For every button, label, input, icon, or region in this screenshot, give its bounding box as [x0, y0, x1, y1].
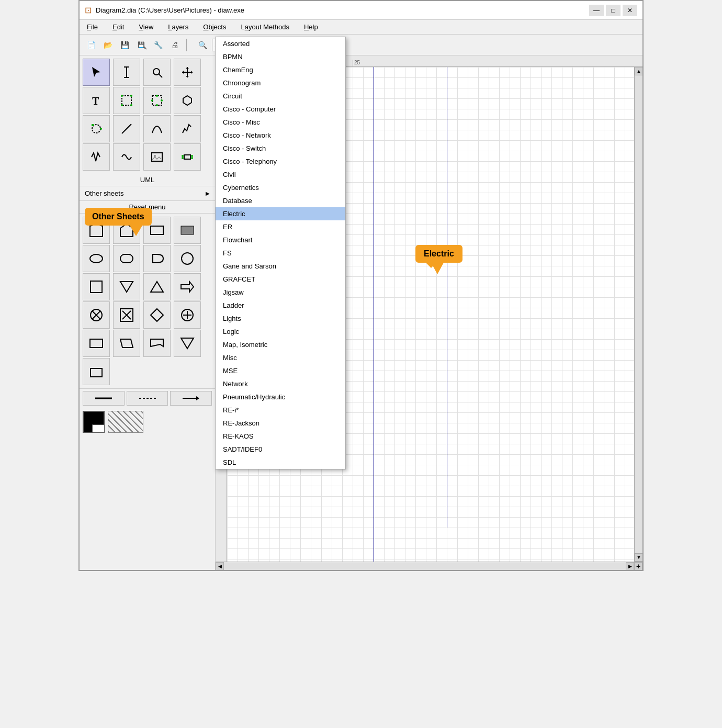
- text-cursor-tool[interactable]: [113, 59, 140, 86]
- shape-triangle-up[interactable]: [143, 273, 171, 300]
- dropdown-item-cybernetics[interactable]: Cybernetics: [216, 181, 345, 194]
- scroll-left-button[interactable]: ◀: [216, 562, 224, 570]
- shape-pentagon[interactable]: [113, 217, 140, 244]
- dropdown-item-electric[interactable]: Electric: [216, 207, 345, 220]
- dropdown-item-pneumatic[interactable]: Pneumatic/Hydraulic: [216, 390, 345, 404]
- shape-single-rect[interactable]: [83, 358, 110, 385]
- line-style-solid[interactable]: [83, 391, 125, 406]
- print-button[interactable]: 🖨: [167, 38, 182, 52]
- scrollbar-horizontal[interactable]: ◀ ▶ +: [216, 562, 642, 570]
- menu-layout[interactable]: Layout Methods: [238, 22, 292, 32]
- menu-help[interactable]: Help: [301, 22, 321, 32]
- dropdown-item-cisco-telephony[interactable]: Cisco - Telephony: [216, 155, 345, 168]
- menu-layers[interactable]: Layers: [165, 22, 191, 32]
- dropdown-item-database[interactable]: Database: [216, 194, 345, 207]
- dropdown-item-cisco-misc[interactable]: Cisco - Misc: [216, 116, 345, 129]
- fill-color-swatch[interactable]: [83, 411, 105, 433]
- scroll-right-button[interactable]: ▶: [626, 562, 634, 570]
- dropdown-item-sdl[interactable]: SDL: [216, 456, 345, 469]
- shape-plus-circle[interactable]: [174, 301, 201, 329]
- bezier-tool[interactable]: [143, 115, 171, 142]
- dropdown-item-fs[interactable]: FS: [216, 247, 345, 260]
- shape-rect2[interactable]: [83, 330, 110, 357]
- dropdown-item-network[interactable]: Network: [216, 377, 345, 390]
- text-tool[interactable]: T: [83, 87, 110, 114]
- shape-rectangle-outline[interactable]: [143, 217, 171, 244]
- line-style-dashed[interactable]: [127, 391, 168, 406]
- shape-cross-circle[interactable]: [83, 301, 110, 329]
- reset-menu-item[interactable]: Reset menu: [80, 200, 215, 213]
- shape-thick-rectangle[interactable]: [174, 217, 201, 244]
- dropdown-item-re-jackson[interactable]: RE-Jackson: [216, 417, 345, 430]
- dropdown-item-map-isometric[interactable]: Map, Isometric: [216, 338, 345, 351]
- fill-pattern-swatch[interactable]: [108, 411, 143, 433]
- arc-tool[interactable]: [83, 115, 110, 142]
- open-button[interactable]: 📂: [100, 38, 115, 52]
- menu-view[interactable]: View: [136, 22, 156, 32]
- dropdown-item-sadt[interactable]: SADT/IDEF0: [216, 443, 345, 456]
- dropdown-item-cisco-network[interactable]: Cisco - Network: [216, 129, 345, 142]
- dropdown-item-civil[interactable]: Civil: [216, 168, 345, 181]
- dropdown-item-flowchart[interactable]: Flowchart: [216, 233, 345, 247]
- add-page-button[interactable]: +: [634, 562, 642, 570]
- select-tool[interactable]: [83, 59, 110, 86]
- dropdown-item-jigsaw[interactable]: Jigsaw: [216, 286, 345, 299]
- dropdown-item-re-kaos[interactable]: RE-KAOS: [216, 430, 345, 443]
- polygon-tool[interactable]: [174, 87, 201, 114]
- export-button[interactable]: 🔧: [151, 38, 165, 52]
- dropdown-item-ladder[interactable]: Ladder: [216, 299, 345, 312]
- zigzag-tool[interactable]: [83, 143, 110, 171]
- shape-square[interactable]: [83, 273, 110, 300]
- rubber-band-tool[interactable]: [143, 87, 171, 114]
- dropdown-item-re-i[interactable]: RE-i*: [216, 404, 345, 417]
- shape-diamond[interactable]: [143, 301, 171, 329]
- dropdown-item-lights[interactable]: Lights: [216, 312, 345, 325]
- save-button[interactable]: 💾: [117, 38, 132, 52]
- new-button[interactable]: 📄: [84, 38, 98, 52]
- dropdown-item-misc[interactable]: Misc: [216, 351, 345, 364]
- close-button[interactable]: ✕: [623, 5, 637, 16]
- scrollbar-vertical[interactable]: ▲ ▼: [634, 67, 642, 562]
- dropdown-item-bpmn[interactable]: BPMN: [216, 50, 345, 63]
- dropdown-item-er[interactable]: ER: [216, 220, 345, 233]
- shape-circle[interactable]: [174, 245, 201, 272]
- shape-banner[interactable]: [143, 330, 171, 357]
- dropdown-item-chronogram[interactable]: Chronogram: [216, 76, 345, 89]
- scroll-up-button[interactable]: ▲: [635, 67, 642, 75]
- zoom-out-button[interactable]: 🔍: [195, 38, 210, 52]
- dropdown-item-logic[interactable]: Logic: [216, 325, 345, 338]
- freehand-tool[interactable]: [174, 115, 201, 142]
- shape-triangle-down[interactable]: [113, 273, 140, 300]
- zoom-tool[interactable]: [143, 59, 171, 86]
- dropdown-item-gane-sarson[interactable]: Gane and Sarson: [216, 260, 345, 273]
- shape-x-square[interactable]: [113, 301, 140, 329]
- shape-rounded-rect[interactable]: [113, 245, 140, 272]
- shape-ellipse[interactable]: [83, 245, 110, 272]
- save-as-button[interactable]: 💾✎: [134, 38, 149, 52]
- dropdown-item-cisco-computer[interactable]: Cisco - Computer: [216, 103, 345, 116]
- box-select-tool[interactable]: [113, 87, 140, 114]
- dropdown-item-mse[interactable]: MSE: [216, 364, 345, 377]
- dropdown-item-chemeng[interactable]: ChemEng: [216, 63, 345, 76]
- minimize-button[interactable]: —: [589, 5, 604, 16]
- dropdown-item-grafcet[interactable]: GRAFCET: [216, 273, 345, 286]
- menu-file[interactable]: File: [84, 22, 101, 32]
- dropdown-item-assorted[interactable]: Assorted: [216, 37, 345, 50]
- other-sheets-item[interactable]: Other sheets ▶: [80, 186, 215, 200]
- shape-parallelogram[interactable]: [113, 330, 140, 357]
- shape-d-shape[interactable]: [143, 245, 171, 272]
- menu-objects[interactable]: Objects: [200, 22, 229, 32]
- shape-inv-triangle[interactable]: [174, 330, 201, 357]
- line-style-arrow[interactable]: [170, 391, 212, 406]
- dropdown-item-circuit[interactable]: Circuit: [216, 89, 345, 103]
- scroll-down-button[interactable]: ▼: [635, 553, 642, 562]
- line-tool[interactable]: [113, 115, 140, 142]
- maximize-button[interactable]: □: [606, 5, 621, 16]
- image-tool[interactable]: [143, 143, 171, 171]
- component-tool[interactable]: [174, 143, 201, 171]
- move-tool[interactable]: [174, 59, 201, 86]
- shape-concave-pentagon[interactable]: [83, 217, 110, 244]
- shape-arrow-right[interactable]: [174, 273, 201, 300]
- smooth-tool[interactable]: [113, 143, 140, 171]
- dropdown-item-cisco-switch[interactable]: Cisco - Switch: [216, 142, 345, 155]
